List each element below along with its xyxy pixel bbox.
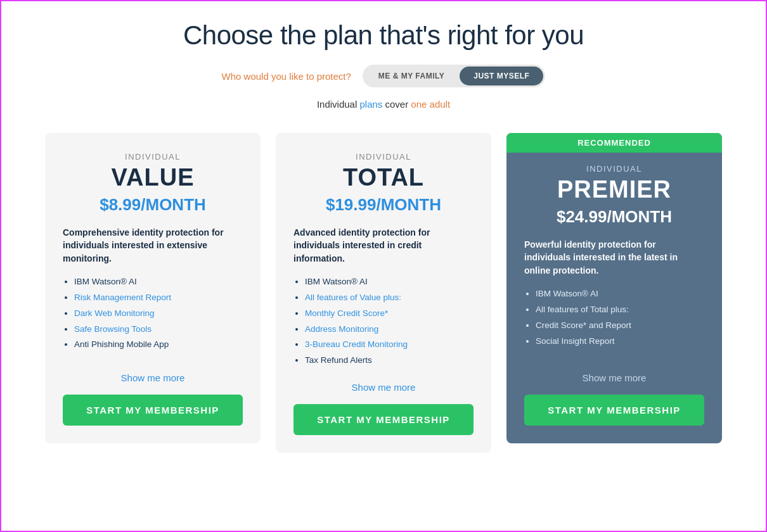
page-title: Choose the plan that's right for you xyxy=(27,20,740,51)
plan-name-value: VALUE xyxy=(63,164,243,191)
recommended-badge: RECOMMENDED xyxy=(506,133,722,153)
plan-card-total: INDIVIDUAL TOTAL $19.99/MONTH Advanced i… xyxy=(276,133,491,453)
plan-price-total: $19.99/MONTH xyxy=(293,195,474,215)
list-item: Dark Web Monitoring xyxy=(74,308,243,320)
list-item: Address Monitoring xyxy=(305,324,474,336)
cover-text: one adult xyxy=(411,99,450,110)
plans-link: plans xyxy=(359,99,382,110)
plan-desc-premier: Powerful identity protection for individ… xyxy=(524,238,704,277)
subtitle-before: Individual xyxy=(317,99,360,110)
start-btn-total[interactable]: START MY MEMBERSHIP xyxy=(293,404,474,435)
page-wrapper: Choose the plan that's right for you Who… xyxy=(0,0,767,532)
plan-card-premier: RECOMMENDED INDIVIDUAL PREMIER $24.99/MO… xyxy=(506,133,722,443)
show-more-premier[interactable]: Show me more xyxy=(524,372,704,383)
feature-list-total: IBM Watson® AI All features of Value plu… xyxy=(293,276,474,370)
list-item: Risk Management Report xyxy=(74,292,243,304)
feature-list-value: IBM Watson® AI Risk Management Report Da… xyxy=(63,276,243,361)
list-item: Social Insight Report xyxy=(536,336,704,348)
toggle-container: ME & MY FAMILY JUST MYSELF xyxy=(363,65,546,87)
plan-name-total: TOTAL xyxy=(293,164,474,191)
plan-tier-value: INDIVIDUAL xyxy=(63,152,243,162)
subtitle-text: Individual plans cover one adult xyxy=(317,99,450,110)
toggle-question: Who would you like to protect? xyxy=(222,71,351,82)
subtitle-middle: cover xyxy=(382,99,411,110)
feature-list-premier: IBM Watson® AI All features of Total plu… xyxy=(524,288,704,361)
plan-price-premier: $24.99/MONTH xyxy=(524,207,704,227)
list-item: Anti Phishing Mobile App xyxy=(74,339,243,351)
plan-tier-premier: INDIVIDUAL xyxy=(524,164,704,174)
list-item: Monthly Credit Score* xyxy=(305,308,474,320)
plan-tier-total: INDIVIDUAL xyxy=(293,152,474,162)
toggle-row: Who would you like to protect? ME & MY F… xyxy=(27,65,740,87)
plan-name-premier: PREMIER xyxy=(524,176,704,203)
list-item: Credit Score* and Report xyxy=(536,320,704,332)
list-item: 3-Bureau Credit Monitoring xyxy=(305,339,474,351)
show-more-value[interactable]: Show me more xyxy=(63,372,243,383)
list-item: IBM Watson® AI xyxy=(536,288,704,300)
start-btn-value[interactable]: START MY MEMBERSHIP xyxy=(63,395,243,426)
list-item: Safe Browsing Tools xyxy=(74,324,243,336)
plan-desc-value: Comprehensive identity protection for in… xyxy=(63,226,243,265)
show-more-total[interactable]: Show me more xyxy=(293,382,474,393)
plan-price-value: $8.99/MONTH xyxy=(63,195,243,215)
subtitle-row: Individual plans cover one adult xyxy=(27,99,740,110)
list-item: Tax Refund Alerts xyxy=(305,355,474,367)
list-item: All features of Value plus: xyxy=(305,292,474,304)
list-item: All features of Total plus: xyxy=(536,304,704,316)
toggle-family[interactable]: ME & MY FAMILY xyxy=(364,66,458,86)
start-btn-premier[interactable]: START MY MEMBERSHIP xyxy=(524,395,704,426)
list-item: IBM Watson® AI xyxy=(74,276,243,288)
plan-card-value: INDIVIDUAL VALUE $8.99/MONTH Comprehensi… xyxy=(45,133,261,443)
cards-row: INDIVIDUAL VALUE $8.99/MONTH Comprehensi… xyxy=(27,133,740,453)
list-item: IBM Watson® AI xyxy=(305,276,474,288)
plan-desc-total: Advanced identity protection for individ… xyxy=(293,226,474,265)
toggle-myself[interactable]: JUST MYSELF xyxy=(460,66,543,86)
